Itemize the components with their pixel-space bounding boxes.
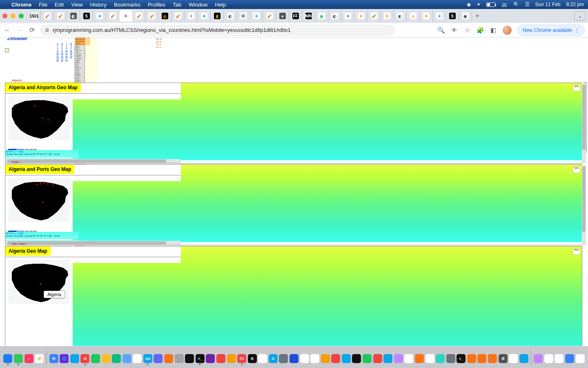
scrollbar-thumb[interactable] (7, 241, 166, 245)
new-tab-button[interactable]: + (472, 12, 483, 20)
vertical-scrollbar[interactable] (582, 165, 586, 245)
algeria-map[interactable] (9, 178, 70, 222)
dock-app[interactable]: 🗑 (575, 350, 585, 365)
dock-app[interactable] (342, 350, 351, 365)
zoom-icon[interactable]: 🔍 (437, 27, 445, 34)
dock-app[interactable] (174, 350, 184, 365)
tabs-dropdown-button[interactable]: ⌄ (574, 11, 586, 20)
reload-button[interactable]: ⟳ (28, 26, 36, 34)
dock-app[interactable]: tv (258, 350, 267, 365)
corner-flag-icon[interactable] (573, 248, 580, 255)
scrollbar-thumb[interactable] (582, 85, 586, 150)
section-tag[interactable]: Ports ... (12, 161, 22, 164)
menu-tab[interactable]: Tab (173, 2, 181, 8)
address-bar[interactable]: ⚙ rjmprogramming.com.au/HTMLCSS/regions_… (40, 25, 395, 36)
sidepanel-icon[interactable]: ◧ (490, 27, 497, 34)
dock-app[interactable] (383, 350, 393, 365)
dock-app[interactable] (352, 350, 361, 365)
dock-app[interactable] (70, 350, 80, 365)
menubar-date[interactable]: Sun 11 Feb (535, 2, 561, 7)
dock-app[interactable] (112, 350, 121, 365)
dock-app[interactable] (122, 350, 131, 365)
menu-edit[interactable]: Edit (55, 2, 64, 8)
dock-app[interactable] (415, 350, 424, 365)
browser-tab[interactable]: ◐ (328, 10, 341, 22)
update-chrome-pill[interactable]: New Chrome available ⋮ (517, 25, 585, 36)
dock-app[interactable] (565, 350, 575, 365)
dock-app[interactable] (363, 350, 372, 365)
browser-tab[interactable]: ◐ (394, 10, 407, 22)
map-container[interactable]: 1999,999,999W? H? ++ -- T ISE"Another Ge… (5, 175, 73, 242)
section-tag[interactable]: Geo Chart ... (12, 242, 28, 245)
dock-app[interactable] (14, 350, 23, 365)
horizontal-scrollbar[interactable] (5, 159, 181, 163)
dock-app[interactable]: Fz (237, 350, 247, 365)
section-tag[interactable]: Airports ... (12, 79, 25, 82)
dock-app[interactable] (279, 350, 288, 365)
menu-view[interactable]: View (71, 2, 82, 8)
browser-tab[interactable]: ◐ (67, 10, 80, 22)
browser-tab[interactable]: S (80, 10, 93, 22)
browser-tab[interactable]: ✳ (354, 10, 368, 22)
browser-tab[interactable]: ✳ (381, 10, 394, 22)
vertical-scrollbar[interactable] (582, 83, 586, 163)
dock-app[interactable] (404, 350, 414, 365)
dock-app[interactable] (425, 350, 434, 365)
browser-tab[interactable]: 🖊 (172, 10, 185, 22)
dock-app[interactable]: ♪ (24, 350, 33, 365)
browser-tab[interactable]: ✦ (185, 10, 198, 22)
map-container[interactable]: 1999,999,999W? H? ++ -- T ISE"Another Ge… (5, 94, 73, 160)
back-button[interactable]: ← (3, 26, 11, 34)
bookmark-star-icon[interactable]: ☆ (463, 27, 471, 34)
browser-tab[interactable]: ◐ (224, 10, 237, 22)
battery-icon[interactable] (486, 2, 495, 7)
browser-tab[interactable]: 🖊 (368, 10, 381, 22)
dock-app[interactable] (534, 350, 543, 365)
map-controls-strip[interactable]: W? H? ++ -- T ISE"Another Geo Map? Lat E… (5, 232, 79, 239)
dock-app[interactable] (185, 350, 194, 365)
browser-tab[interactable]: ✳ (420, 10, 433, 22)
dock-app[interactable] (91, 350, 100, 365)
dock-app[interactable] (101, 350, 111, 365)
browser-tab[interactable]: S (446, 10, 459, 22)
control-center-icon[interactable]: ☰ (525, 2, 530, 7)
dock-app[interactable] (555, 350, 564, 365)
dock-app[interactable]: 🧭 (35, 350, 44, 365)
dock-app[interactable]: zm (143, 350, 153, 365)
dock-app[interactable]: ✉︎ (49, 350, 58, 365)
horizontal-scrollbar[interactable] (5, 241, 181, 245)
dock-app[interactable] (321, 350, 330, 365)
bluetooth-icon[interactable]: ✶ (477, 2, 481, 7)
dock-app[interactable] (300, 350, 309, 365)
browser-tab[interactable]: 🖊 (132, 10, 145, 22)
profile-avatar[interactable] (503, 26, 512, 35)
dock-app[interactable] (477, 350, 487, 365)
close-window-button[interactable] (2, 13, 7, 18)
browser-tab[interactable]: ▮ (211, 10, 224, 22)
browser-tab[interactable]: 🖊 (41, 10, 54, 22)
browser-tab[interactable]: ✕ (119, 10, 132, 22)
browser-tab[interactable]: 𝘼𝘽𝘾 (302, 10, 315, 22)
menu-file[interactable]: File (39, 2, 47, 8)
browser-tab[interactable]: W (237, 10, 250, 22)
browser-tab[interactable]: 🖊 (54, 10, 67, 22)
extensions-icon[interactable]: 🧩 (477, 27, 484, 34)
browser-tab[interactable]: 🖊 (263, 10, 276, 22)
incognito-blocked-icon[interactable]: 👁 (450, 27, 458, 34)
map-container[interactable]: Algeria2W? H? ++ -- T ISE"Another Geo Ma… (5, 257, 73, 346)
browser-tab[interactable]: ✳ (93, 10, 106, 22)
close-tab-icon[interactable]: ✕ (124, 13, 128, 19)
dock-app[interactable] (3, 350, 13, 365)
menu-history[interactable]: History (90, 2, 106, 8)
dock-app[interactable]: O (80, 350, 90, 365)
dock-app[interactable] (290, 350, 299, 365)
scrollbar-thumb[interactable] (582, 166, 586, 232)
dock-app[interactable] (154, 350, 163, 365)
menu-help[interactable]: Help (215, 2, 226, 8)
dock-app[interactable] (373, 350, 382, 365)
forward-button[interactable]: → (16, 26, 24, 34)
menubar-time[interactable]: 8:22 pm (566, 2, 584, 7)
browser-tab[interactable]: 🖊 (145, 10, 158, 22)
minimize-window-button[interactable] (11, 13, 16, 18)
dock-app[interactable]: ⚙︎ (498, 350, 508, 365)
